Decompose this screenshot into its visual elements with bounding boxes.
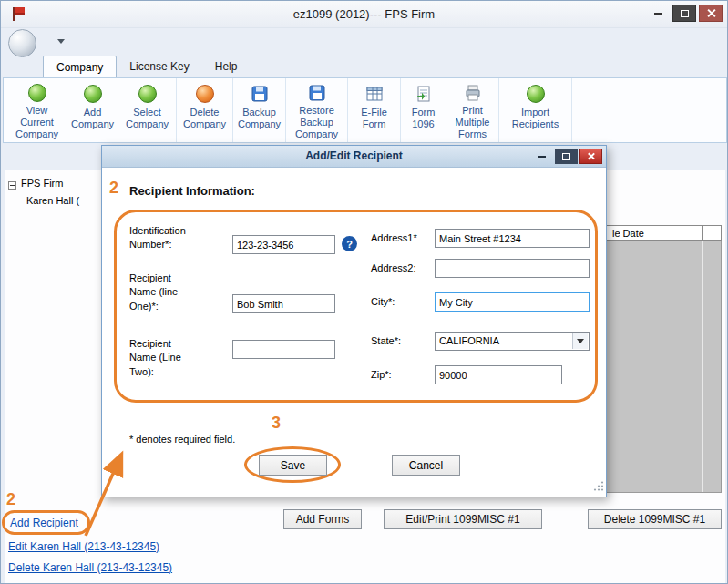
close-button[interactable] (699, 5, 723, 22)
dialog-titlebar: Add/Edit Recipient (102, 146, 606, 168)
efile-form-button[interactable]: E-File Form (348, 78, 401, 142)
edit-karen-hall-link[interactable]: Edit Karen Hall (213-43-12345) (8, 540, 159, 553)
dialog-maximize-button[interactable] (555, 149, 578, 164)
backup-company-button[interactable]: Backup Company (233, 78, 286, 142)
dialog-minimize-button[interactable] (530, 149, 553, 164)
document-icon (415, 84, 433, 104)
tree-item-karen-hall[interactable]: Karen Hall ( (26, 195, 79, 206)
maximize-icon (562, 153, 570, 160)
company-orb-icon (28, 84, 46, 102)
maximize-button[interactable] (672, 5, 696, 22)
city-input[interactable] (435, 292, 590, 312)
floppy-disk-icon (251, 84, 269, 104)
recipient-name1-input[interactable] (232, 294, 335, 313)
tree-item-fps-firm[interactable]: FPS Firm (21, 178, 63, 189)
add-edit-recipient-dialog: Add/Edit Recipient 2 Recipient Informati… (101, 145, 607, 497)
state-select[interactable]: CALIFORNIA (435, 332, 590, 351)
quick-access-chevron-down-icon[interactable] (57, 39, 65, 44)
printer-icon (464, 84, 482, 102)
window-title: ez1099 (2012)--- FPS Firm (1, 7, 727, 21)
annotation-step-2-dialog: 2 (109, 179, 118, 198)
table-header-file-date[interactable]: le Date (603, 226, 703, 240)
help-icon[interactable]: ? (342, 236, 357, 251)
delete-karen-hall-link[interactable]: Delete Karen Hall (213-43-12345) (8, 561, 172, 574)
app-menu-orb[interactable] (8, 29, 36, 57)
address2-label: Address2: (371, 261, 416, 275)
annotation-step-2-link: 2 (6, 490, 15, 509)
tab-license-key[interactable]: License Key (117, 56, 201, 78)
add-forms-button[interactable]: Add Forms (283, 509, 362, 529)
delete-1099misc-button[interactable]: Delete 1099MISC #1 (588, 509, 722, 529)
save-button[interactable]: Save (259, 455, 327, 476)
add-recipient-link[interactable]: Add Recipient (10, 517, 78, 529)
form-1096-button[interactable]: Form 1096 (401, 78, 446, 142)
section-heading: Recipient Information: (129, 184, 255, 198)
spreadsheet-grid-icon (365, 84, 384, 104)
titlebar: ez1099 (2012)--- FPS Firm (1, 1, 727, 28)
delete-company-button[interactable]: Delete Company (177, 78, 233, 142)
floppy-disk-icon (308, 84, 326, 102)
address2-input[interactable] (435, 259, 590, 278)
annotation-step-3: 3 (272, 414, 281, 433)
select-company-orb-icon (138, 85, 157, 103)
id-number-input[interactable] (232, 235, 335, 254)
zip-label: Zip*: (371, 368, 392, 382)
forms-table-header: le Date (602, 225, 722, 241)
minimize-icon (654, 13, 662, 15)
view-current-company-button[interactable]: View Current Company (7, 78, 67, 142)
ribbon-tabstrip: Company License Key Help (43, 56, 250, 78)
print-multiple-forms-button[interactable]: Print Multiple Forms (446, 78, 499, 142)
add-company-orb-icon (84, 85, 102, 103)
required-note: * denotes required field. (129, 434, 235, 445)
recipient-name1-label: Recipient Name (line One)*: (129, 272, 200, 313)
ribbon: View Current Company Add Company Select … (3, 77, 727, 143)
dialog-close-button[interactable] (579, 149, 602, 164)
select-company-button[interactable]: Select Company (118, 78, 177, 142)
minimize-button[interactable] (646, 5, 670, 22)
close-icon (587, 152, 595, 160)
state-label: State*: (371, 334, 401, 348)
city-label: City*: (371, 295, 395, 309)
recipient-name2-input[interactable] (232, 340, 335, 359)
import-recipients-orb-icon (527, 85, 545, 103)
chevron-down-icon (572, 333, 588, 349)
zip-input[interactable] (435, 365, 562, 384)
id-number-label: Identification Number*: (129, 224, 220, 252)
restore-backup-company-button[interactable]: Restore Backup Company (286, 78, 348, 142)
address1-label: Address1* (371, 231, 417, 245)
resize-grip[interactable] (593, 478, 604, 495)
maximize-icon (681, 10, 689, 17)
import-recipients-button[interactable]: Import Recipients (499, 78, 572, 142)
cancel-button[interactable]: Cancel (392, 455, 460, 476)
tab-company[interactable]: Company (43, 56, 117, 78)
close-icon (706, 8, 716, 18)
minimize-icon (538, 156, 546, 158)
forms-table-body (602, 241, 722, 493)
delete-company-orb-icon (196, 85, 214, 103)
add-company-button[interactable]: Add Company (67, 78, 118, 142)
tree-collapse-icon[interactable] (8, 181, 16, 190)
state-select-value: CALIFORNIA (439, 335, 499, 346)
recipient-name2-label: Recipient Name (Line Two): (129, 337, 200, 379)
tab-help[interactable]: Help (202, 56, 251, 78)
edit-print-1099misc-button[interactable]: Edit/Print 1099MISC #1 (384, 509, 542, 529)
address1-input[interactable] (435, 229, 590, 248)
app-window: ez1099 (2012)--- FPS Firm Company Licens… (0, 0, 728, 584)
